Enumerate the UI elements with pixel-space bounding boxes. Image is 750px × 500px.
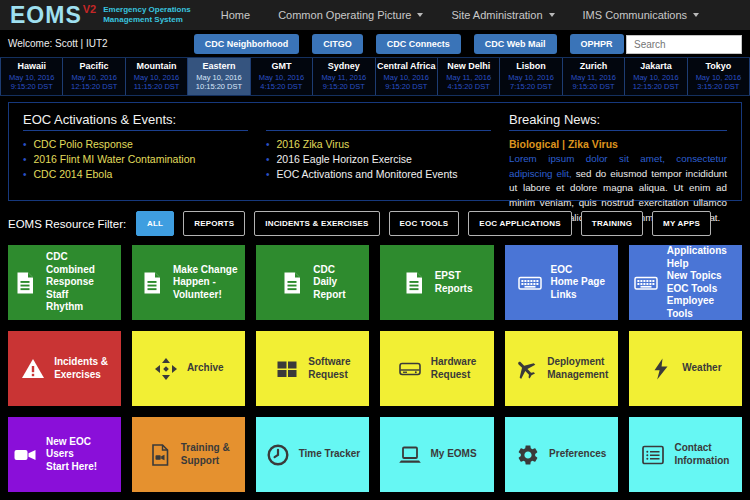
nav-item[interactable]: Site Administration	[451, 9, 554, 21]
timezone-name: Eastern	[202, 61, 235, 73]
search-input[interactable]	[626, 35, 742, 54]
tile[interactable]: My EOMS	[380, 417, 493, 492]
filter-tab[interactable]: TRAINING	[581, 211, 643, 236]
timezone-name: New Delhi	[447, 61, 490, 73]
tile-label: EOC Home Page Links	[551, 264, 605, 302]
timezone-cell[interactable]: Hawaii May 10, 2016 9:15:20 DST	[0, 58, 63, 95]
tile[interactable]: Contact Information	[629, 417, 742, 492]
nav-item-label: Home	[221, 9, 250, 21]
filter-tab[interactable]: REPORTS	[183, 211, 245, 236]
eoc-activations-title: EOC Activations & Events:	[23, 112, 248, 131]
logo-title: EOMS	[10, 2, 82, 28]
toolbar-row: Welcome: Scott | IUT2 CDC NeighborhoodCI…	[0, 30, 750, 57]
timezone-cell[interactable]: GMT May 10, 2016 4:15:20 DST	[251, 58, 313, 95]
activation-label: 2016 Eagle Horizon Exercise	[277, 153, 412, 165]
timezone-cell[interactable]: Eastern May 10, 2016 10:15:20 DST	[188, 58, 250, 95]
activation-label: CDC Polio Response	[34, 138, 133, 150]
timezone-time: 4:15:20 DST	[260, 82, 302, 92]
quick-link-button[interactable]: OPHPR	[570, 34, 624, 54]
nav-item[interactable]: Common Operating Picture	[278, 9, 423, 21]
tile[interactable]: Training & Support	[132, 417, 245, 492]
tile[interactable]: Weather	[629, 331, 742, 406]
tile-label: Preferences	[549, 448, 606, 461]
timezone-cell[interactable]: Lisbon May 10, 2016 7:15:20 DST	[500, 58, 562, 95]
timezone-cell[interactable]: Central Africa May 10, 2016 9:15:20 DST	[376, 58, 438, 95]
timezone-name: Mountain	[137, 61, 177, 73]
eoms-logo[interactable]: EOMS V2 Emergency Operations Management …	[10, 2, 191, 28]
timezone-date: May 10, 2016	[9, 73, 54, 83]
activation-label: 2016 Flint MI Water Contamination	[34, 153, 196, 165]
activation-link[interactable]: • CDC 2014 Ebola	[23, 168, 248, 180]
search-box	[626, 34, 742, 54]
timezone-cell[interactable]: New Delhi May 11, 2016 4:15:20 DST	[438, 58, 500, 95]
bullet-icon: •	[23, 169, 27, 180]
activation-link[interactable]: • 2016 Zika Virus	[266, 138, 491, 150]
resource-filter-row: EOMS Resource Filter: ALLREPORTSINCIDENT…	[0, 206, 750, 243]
timezone-time: 10:15:20 DST	[196, 82, 242, 92]
activation-link[interactable]: • CDC Polio Response	[23, 138, 248, 150]
filter-tab[interactable]: INCIDENTS & EXERCISES	[254, 211, 379, 236]
tile[interactable]: Preferences	[505, 417, 618, 492]
bullet-icon: •	[266, 139, 270, 150]
tile[interactable]: Software Request	[256, 331, 369, 406]
tile[interactable]: Archive	[132, 331, 245, 406]
bullet-icon: •	[266, 154, 270, 165]
tile[interactable]: Incidents & Exercises	[8, 331, 121, 406]
timezone-name: Hawaii	[17, 61, 46, 73]
filter-tab[interactable]: MY APPS	[652, 211, 711, 236]
timezone-date: May 10, 2016	[259, 73, 304, 83]
tile[interactable]: New EOC Users Start Here!	[8, 417, 121, 492]
news-category-link[interactable]: Biological | Zika Virus	[509, 138, 727, 150]
nav-item[interactable]: Home	[221, 9, 250, 21]
timezone-cell[interactable]: Sydney May 11, 2016 9:15:20 DST	[313, 58, 375, 95]
quick-link-button[interactable]: CITGO	[312, 34, 363, 54]
timezone-cell[interactable]: Tokyo May 10, 2016 3:15:20 DST	[688, 58, 750, 95]
gear-icon	[516, 443, 540, 467]
timezone-cell[interactable]: Jakarta May 10, 2016 12:15:20 DST	[625, 58, 687, 95]
quick-link-button[interactable]: CDC Neighborhood	[194, 34, 300, 54]
tile[interactable]: EOC Home Page Links	[505, 245, 618, 320]
tile[interactable]: Applications Help New Topics EOC Tools E…	[629, 245, 742, 320]
timezone-cell[interactable]: Mountain May 10, 2016 11:15:20 DST	[126, 58, 188, 95]
chevron-down-icon	[549, 13, 555, 17]
tile[interactable]: CDC Daily Report	[256, 245, 369, 320]
quick-link-button[interactable]: CDC Web Mail	[474, 34, 557, 54]
activation-link[interactable]: • 2016 Flint MI Water Contamination	[23, 153, 248, 165]
document-icon	[402, 271, 426, 295]
logo-tagline: Emergency Operations Management System	[103, 5, 191, 24]
tile-label: Applications Help New Topics EOC Tools E…	[667, 245, 737, 320]
activation-link[interactable]: • EOC Activations and Monitored Events	[266, 168, 491, 180]
quick-link-button[interactable]: CDC Connects	[376, 34, 461, 54]
eoc-activations-list-1: • CDC Polio Response • 2016 Flint MI Wat…	[23, 131, 248, 180]
timezone-time: 3:15:20 DST	[697, 82, 739, 92]
breaking-news-title: Breaking News:	[509, 112, 727, 131]
timezone-date: May 10, 2016	[196, 73, 241, 83]
tile[interactable]: Deployment Management	[505, 331, 618, 406]
tile[interactable]: CDC Combined Response Staff Rhythm	[8, 245, 121, 320]
tile[interactable]: Hardware Request	[380, 331, 493, 406]
tile[interactable]: Make Change Happen - Volunteer!	[132, 245, 245, 320]
timezone-name: Zurich	[580, 61, 608, 73]
bullet-icon: •	[266, 169, 270, 180]
tile[interactable]: EPST Reports	[380, 245, 493, 320]
main-nav: Home Common Operating Picture Site Admin…	[221, 9, 699, 21]
breaking-news-panel: Breaking News: Biological | Zika Virus L…	[509, 112, 727, 194]
timezone-strip: Hawaii May 10, 2016 9:15:20 DST Pacific …	[0, 57, 750, 96]
activation-link[interactable]: • 2016 Eagle Horizon Exercise	[266, 153, 491, 165]
document-icon	[280, 271, 304, 295]
filter-tab[interactable]: EOC APPLICATIONS	[468, 211, 571, 236]
timezone-name: Pacific	[80, 61, 109, 73]
timezone-time: 12:15:20 DST	[633, 82, 679, 92]
timezone-time: 11:15:20 DST	[134, 82, 180, 92]
timezone-date: May 10, 2016	[696, 73, 741, 83]
chevron-down-icon	[417, 13, 423, 17]
filter-tab[interactable]: EOC TOOLS	[389, 211, 460, 236]
filter-tab[interactable]: ALL	[136, 211, 174, 236]
document-icon	[140, 271, 164, 295]
timezone-cell[interactable]: Zurich May 11, 2016 9:15:20 DST	[563, 58, 625, 95]
nav-item[interactable]: IMS Communications	[583, 9, 700, 21]
tile-label: EPST Reports	[435, 270, 473, 295]
tile[interactable]: Time Tracker	[256, 417, 369, 492]
timezone-cell[interactable]: Pacific May 10, 2016 12:15:20 DST	[63, 58, 125, 95]
top-header-bar: EOMS V2 Emergency Operations Management …	[0, 0, 750, 30]
